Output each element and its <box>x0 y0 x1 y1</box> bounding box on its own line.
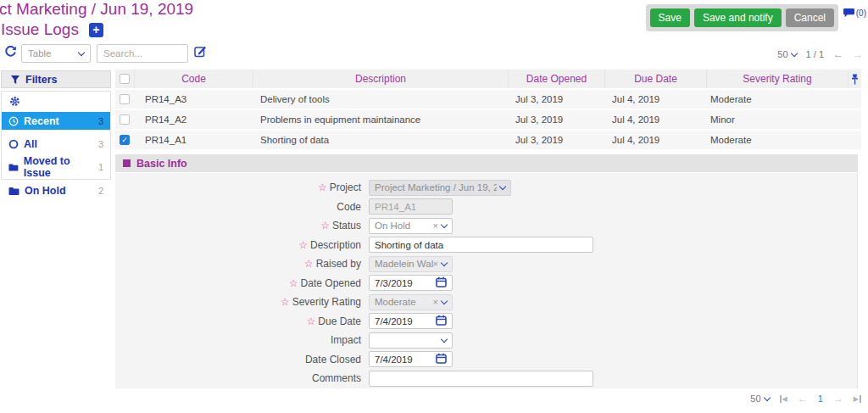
cell-severity: Moderate <box>706 94 848 104</box>
pin-columns-button[interactable] <box>848 70 861 88</box>
comments-field[interactable] <box>369 371 593 387</box>
sidebar-item-count: 3 <box>98 116 103 126</box>
edit-button[interactable] <box>194 45 207 60</box>
cell-due-date: Jul 4, 2019 <box>604 135 706 145</box>
app-window: ct Marketing / Jun 19, 2019 Issue Logs +… <box>0 0 868 413</box>
folder-icon <box>8 187 19 196</box>
filter-funnel-icon <box>10 75 20 85</box>
calendar-icon[interactable] <box>436 353 447 366</box>
current-page[interactable]: 1 <box>818 393 823 404</box>
column-header-due-date[interactable]: Due Date <box>604 70 706 88</box>
sidebar-item-label: Recent <box>24 115 59 127</box>
severity-select[interactable]: Moderate × <box>369 294 453 310</box>
description-label: ☆ Description <box>115 239 369 251</box>
form-row-due-date: ☆ Due Date <box>115 313 857 330</box>
save-and-notify-button[interactable]: Save and notify <box>694 8 782 27</box>
view-mode-select[interactable]: Table <box>21 44 91 63</box>
prev-page-button[interactable]: ← <box>798 393 808 405</box>
project-select[interactable]: Project Marketing / Jun 19, 2019 <box>369 180 511 196</box>
due-date-field[interactable] <box>369 313 453 329</box>
filters-title: Filters <box>25 74 58 86</box>
add-issue-button[interactable]: + <box>89 23 103 37</box>
filters-panel-header: Filters <box>1 70 111 88</box>
chevron-down-icon <box>441 260 448 266</box>
sidebar-item-recent[interactable]: Recent 3 <box>2 112 110 130</box>
description-field[interactable] <box>369 237 593 253</box>
sidebar-item-count: 2 <box>98 186 103 196</box>
select-all-checkbox[interactable] <box>120 74 130 84</box>
required-star-icon: ☆ <box>320 220 330 231</box>
last-page-button[interactable]: ▶ <box>854 395 861 403</box>
calendar-icon[interactable] <box>436 276 447 289</box>
page-title: Issue Logs <box>1 20 79 39</box>
gear-icon <box>9 96 20 107</box>
page-size-select[interactable]: 50 <box>777 49 796 59</box>
form-row-status: ☆ Status On Hold × <box>115 217 857 234</box>
basic-info-header[interactable]: Basic Info <box>115 154 858 172</box>
date-closed-input[interactable] <box>375 354 427 365</box>
next-page-button[interactable]: → <box>853 48 863 60</box>
table-row-selected[interactable]: ✓ PR14_A1 Shorting of data Jul 3, 2019 J… <box>115 131 861 149</box>
required-star-icon: ☆ <box>289 278 298 288</box>
row-checkbox-checked[interactable]: ✓ <box>120 135 130 145</box>
cell-code: PR14_A3 <box>134 94 253 104</box>
impact-select[interactable] <box>369 332 453 349</box>
column-header-date-opened[interactable]: Date Opened <box>508 70 604 88</box>
calendar-icon[interactable] <box>436 315 447 327</box>
required-star-icon: ☆ <box>298 240 308 250</box>
form-row-impact: Impact <box>115 332 857 349</box>
row-checkbox[interactable] <box>120 114 130 125</box>
refresh-button[interactable] <box>4 46 17 61</box>
cell-code: PR14_A2 <box>134 114 253 125</box>
chevron-down-icon <box>763 394 770 401</box>
filter-settings-button[interactable] <box>2 92 110 110</box>
row-checkbox[interactable] <box>120 94 130 104</box>
sidebar-item-on-hold[interactable]: On Hold 2 <box>2 182 110 199</box>
first-page-button[interactable]: ◀ <box>780 395 787 403</box>
edit-pencil-icon <box>194 45 207 58</box>
cancel-button[interactable]: Cancel <box>786 8 834 27</box>
form-row-project: ☆ Project Project Marketing / Jun 19, 20… <box>115 179 857 196</box>
page-size-value: 50 <box>750 393 760 404</box>
code-field[interactable] <box>369 198 453 215</box>
comment-count: (0) <box>856 8 866 18</box>
project-title: ct Marketing / Jun 19, 2019 <box>0 0 193 19</box>
clear-icon[interactable]: × <box>433 221 438 230</box>
date-opened-field[interactable] <box>369 275 453 291</box>
clock-icon <box>8 116 19 126</box>
column-header-code[interactable]: Code <box>134 70 253 88</box>
date-opened-input[interactable] <box>375 278 427 288</box>
cell-severity: Moderate <box>706 135 848 145</box>
last-page-icon: ▶ <box>854 395 859 403</box>
save-button[interactable]: Save <box>650 8 690 27</box>
page-size-select[interactable]: 50 <box>750 393 769 404</box>
pin-icon <box>850 74 860 85</box>
column-header-severity[interactable]: Severity Rating <box>706 70 848 88</box>
cell-severity: Minor <box>706 114 848 125</box>
action-button-group: Save Save and notify Cancel <box>646 4 838 31</box>
sidebar-item-count: 3 <box>98 139 103 149</box>
due-date-input[interactable] <box>375 316 427 326</box>
table-row[interactable]: PR14_A2 Problems in equipment maintainan… <box>115 110 861 129</box>
raised-by-select[interactable]: Madelein Wallace × <box>369 256 453 272</box>
cell-due-date: Jul 4, 2019 <box>604 114 706 125</box>
page-indicator: 1 / 1 <box>806 49 824 59</box>
search-input[interactable] <box>97 44 188 63</box>
comments-toggle[interactable]: (0) <box>843 8 866 19</box>
raised-by-label: ☆ Raised by <box>115 258 369 270</box>
status-select[interactable]: On Hold × <box>369 218 453 234</box>
status-label: ☆ Status <box>115 220 369 232</box>
sidebar-item-moved-to-issue[interactable]: Moved to Issue 1 <box>2 159 110 176</box>
table-row[interactable]: PR14_A3 Delivery of tools Jul 3, 2019 Ju… <box>115 90 861 109</box>
date-closed-field[interactable] <box>369 351 453 367</box>
clear-icon[interactable]: × <box>433 298 438 306</box>
prev-page-button[interactable]: ← <box>833 48 843 60</box>
column-header-description[interactable]: Description <box>253 70 508 88</box>
chevron-down-icon <box>499 183 506 190</box>
clear-icon[interactable]: × <box>433 260 438 268</box>
next-page-button[interactable]: → <box>833 393 843 405</box>
chevron-down-icon <box>441 336 448 343</box>
circle-icon <box>8 139 19 149</box>
sidebar-item-all[interactable]: All 3 <box>2 136 110 153</box>
cell-date-opened: Jul 3, 2019 <box>508 94 604 104</box>
